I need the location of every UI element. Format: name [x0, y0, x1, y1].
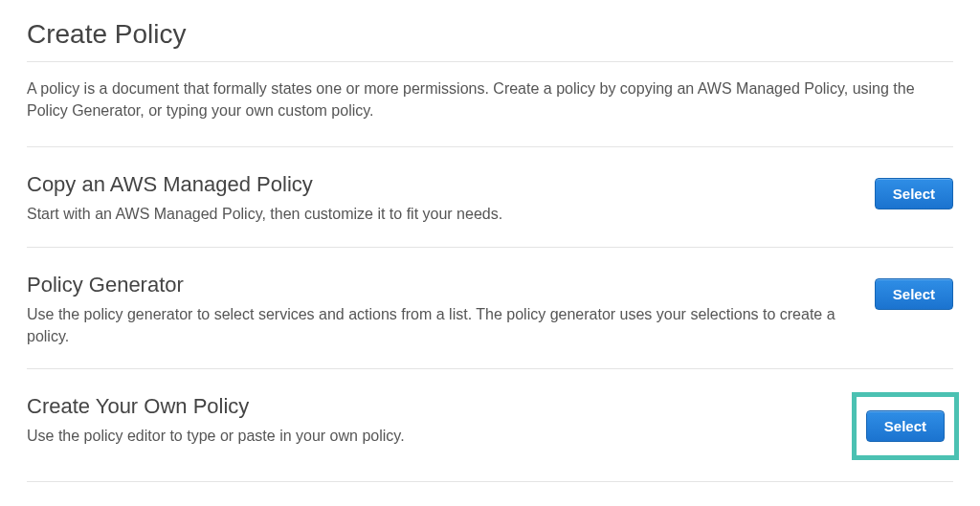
option-text: Copy an AWS Managed Policy Start with an… [27, 172, 875, 225]
option-desc-create-own: Use the policy editor to type or paste i… [27, 425, 813, 447]
option-text: Policy Generator Use the policy generato… [27, 273, 875, 347]
option-title-copy-managed: Copy an AWS Managed Policy [27, 172, 836, 197]
option-title-policy-generator: Policy Generator [27, 273, 836, 297]
option-create-own-policy: Create Your Own Policy Use the policy ed… [27, 369, 953, 482]
intro-text: A policy is a document that formally sta… [27, 77, 953, 147]
select-button-copy-managed[interactable]: Select [875, 178, 953, 209]
option-policy-generator: Policy Generator Use the policy generato… [27, 248, 953, 369]
page-title: Create Policy [27, 19, 953, 62]
option-desc-copy-managed: Start with an AWS Managed Policy, then c… [27, 203, 836, 225]
select-button-create-own[interactable]: Select [866, 410, 945, 442]
highlight-box: Select [852, 392, 959, 460]
option-title-create-own: Create Your Own Policy [27, 394, 813, 419]
option-text: Create Your Own Policy Use the policy ed… [27, 394, 852, 447]
select-button-policy-generator[interactable]: Select [875, 278, 953, 310]
option-copy-managed-policy: Copy an AWS Managed Policy Start with an… [27, 147, 953, 247]
option-desc-policy-generator: Use the policy generator to select servi… [27, 303, 836, 347]
